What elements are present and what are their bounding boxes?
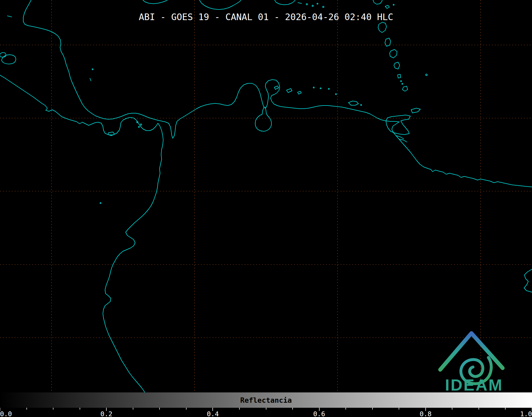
island-vieques [298,3,302,3]
island-leeward-dot [317,3,318,4]
island-trinidad [386,115,410,135]
island-grenadines-dot [402,83,403,84]
image-title: ABI - GOES 19 - CANAL 01 - 2026-04-26 02… [139,12,393,22]
colorbar-tick-label: 0.0 [0,410,12,417]
island-montserrat [385,5,389,8]
island-st-lucia [394,62,400,69]
island-pearl [140,124,142,125]
colorbar-tick-label: 1.0 [520,410,532,417]
island-dot [393,4,394,5]
colorbar-tick-mark [26,408,27,410]
colorbar-tick-mark [80,408,80,410]
coastline-fragment-right-edge [524,269,532,292]
coastline-puerto-rico-south [275,0,295,5]
reflectance-colorbar: Reflectancia 0.00.20.40.60.81.0 [0,392,532,417]
colorbar-gradient: Reflectancia [0,392,532,408]
island-los-roques [313,87,314,88]
island-malpelo [100,203,101,204]
logo-text: IDEAM [445,376,503,392]
island-barbados [426,74,427,76]
colorbar-tick-mark [372,408,373,410]
island-martinique [390,49,397,58]
colorbar-tick-mark [292,408,293,410]
colorbar-tick-label: 0.2 [101,410,112,417]
island-leeward-dot [323,6,324,8]
island-san-andres [90,78,91,81]
coastline-pacific-south-america [0,75,163,392]
island-orchila [328,88,329,89]
island-guadeloupe [378,22,387,33]
ideam-logo: IDEAM [440,333,503,392]
colorbar-tick-mark [186,408,187,410]
colorbar-ticks: 0.00.20.40.60.81.0 [0,408,532,417]
coastline-central-america-caribbean [23,0,532,187]
island-grenada [402,86,408,91]
colorbar-tick-label: 0.6 [313,410,325,417]
colorbar-tick-mark [53,408,53,410]
island-coche [361,104,362,106]
lake-managua [0,53,6,57]
colorbar-tick-mark [133,408,133,410]
coastline-jamaica-south [143,0,167,4]
colorbar-tick-label: 0.4 [207,410,219,417]
colorbar-tick-mark [399,408,399,410]
lake-maracaibo [255,107,271,131]
island-margarita [348,101,358,105]
logo-mountain [440,333,503,370]
colorbar-tick-mark [452,408,452,410]
island-aruba [274,86,279,89]
island-tortuga [335,94,337,95]
lake-nicaragua [2,55,16,64]
island-los-roques [320,88,321,89]
island-grenadines-dot [401,81,402,82]
island-curacao [287,89,292,93]
colorbar-tick-mark [266,408,266,410]
island-leeward-dot [306,4,308,5]
map-svg: IDEAM [0,0,532,392]
colorbar-tick-mark [159,408,160,410]
colorbar-tick-mark [505,408,506,410]
island-bonaire [298,91,301,94]
island-pearl [138,126,139,127]
colorbar-tick-label: 0.8 [420,410,431,417]
island-antigua [373,0,382,4]
colorbar-tick-mark [345,408,346,410]
coastline-hispaniola-south [199,0,241,10]
bay-islands-fragment [7,16,12,17]
coastlines [0,0,532,392]
island-tobago [411,108,420,113]
colorbar-tick-mark [239,408,240,410]
colorbar-tick-mark [479,408,479,410]
island-st-vincent [398,74,401,78]
island-providencia [92,69,93,70]
lat-lon-grid [0,0,532,392]
island-pearl [137,122,138,123]
island-leeward-dot [312,5,313,7]
satellite-image-viewport: IDEAM ABI - GOES 19 - CANAL 01 - 2026-04… [0,0,532,417]
colorbar-label: Reflectancia [240,396,292,404]
